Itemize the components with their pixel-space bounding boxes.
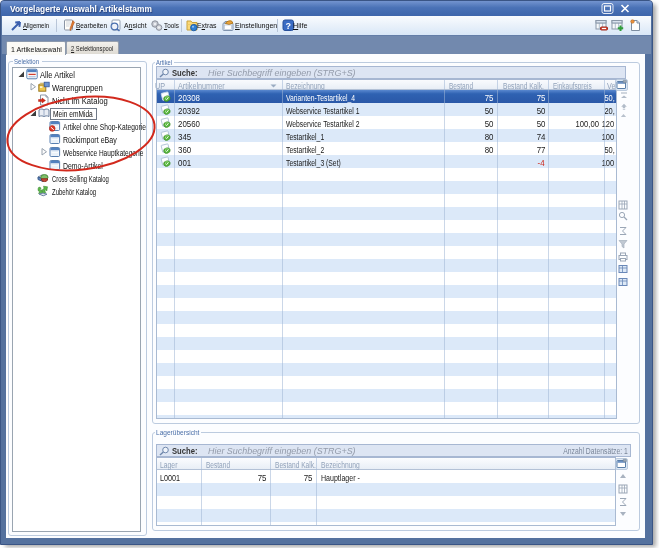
svg-text:?: ? xyxy=(285,21,291,31)
